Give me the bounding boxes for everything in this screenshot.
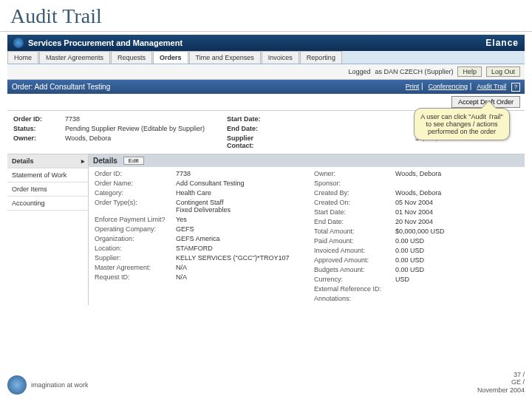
footer-tagline: imagination at work xyxy=(31,381,89,389)
detail-value: Woods, Debora xyxy=(395,170,441,177)
order-title: Order: Add Consultant Testing xyxy=(12,83,110,91)
detail-label: Organization: xyxy=(95,235,176,242)
detail-value: GEFS America xyxy=(176,235,220,242)
detail-label: Paid Amount: xyxy=(314,237,395,245)
detail-label: Currency: xyxy=(314,276,395,283)
detail-label: Sponsor: xyxy=(314,180,395,187)
details-right-col: Owner:Woods, DeboraSponsor:Created By:Wo… xyxy=(314,170,519,302)
summary-label: End Date: xyxy=(227,125,279,132)
summary-value: Woods, Debora xyxy=(65,134,111,142)
detail-value: 0.00 USD xyxy=(395,256,424,264)
detail-label: Start Date: xyxy=(314,208,395,216)
detail-label: Owner: xyxy=(314,170,395,177)
detail-label: Enforce Payment Limit? xyxy=(95,216,176,223)
summary-label: Start Date: xyxy=(227,115,279,123)
detail-value: 7738 xyxy=(176,170,191,177)
logged-label: Logged xyxy=(348,68,370,75)
detail-label: Order ID: xyxy=(95,170,176,177)
nav-tabs: Home Master Agreements Requests Orders T… xyxy=(7,51,525,64)
detail-value: $0,000,000 USD xyxy=(395,228,445,235)
detail-value: Contingent Staff Fixed Deliverables xyxy=(176,199,231,214)
detail-value: 0.00 USD xyxy=(395,247,424,254)
details-panel: Details Edit Order ID:7738Order Name:Add… xyxy=(89,154,525,305)
slide-title: Audit Trail xyxy=(0,0,532,32)
sidenav-accounting[interactable]: Accounting xyxy=(7,197,88,211)
detail-label: Location: xyxy=(95,245,176,252)
app-title: Services Procurement and Management xyxy=(28,38,183,47)
detail-label: Master Agreement: xyxy=(95,264,176,271)
print-link[interactable]: Print xyxy=(406,83,420,90)
detail-value: 0.00 USD xyxy=(395,266,424,273)
detail-label: End Date: xyxy=(314,218,395,225)
footer-company: GE / xyxy=(477,378,525,386)
detail-value: Yes xyxy=(176,216,187,223)
detail-label: Created On: xyxy=(314,199,395,206)
tab-time-expenses[interactable]: Time and Expenses xyxy=(189,51,261,64)
user-bar: Logged as DAN CZECH (Supplier) Help Log … xyxy=(7,64,525,80)
details-left-col: Order ID:7738Order Name:Add Consultant T… xyxy=(95,170,299,302)
detail-value: STAMFORD xyxy=(176,245,213,252)
detail-label: Order Name: xyxy=(95,180,176,187)
tab-orders[interactable]: Orders xyxy=(153,51,188,64)
detail-label: Order Type(s): xyxy=(95,199,176,214)
summary-label: Supplier Contact: xyxy=(227,134,279,149)
side-nav: Details Statement of Work Order Items Ac… xyxy=(7,154,89,305)
detail-value: KELLY SERVICES ("GCC")*TROY107 xyxy=(176,254,289,262)
detail-label: Annotations: xyxy=(314,295,395,302)
edit-button[interactable]: Edit xyxy=(123,157,144,165)
logged-user: as DAN CZECH (Supplier) xyxy=(375,68,453,75)
order-body: Details Statement of Work Order Items Ac… xyxy=(7,154,525,305)
ge-emblem-icon xyxy=(13,38,24,48)
detail-label: Total Amount: xyxy=(314,228,395,235)
slide-footer: imagination at work 37 / GE / November 2… xyxy=(7,371,525,395)
detail-value: 05 Nov 2004 xyxy=(395,199,433,206)
footer-date: November 2004 xyxy=(477,386,525,395)
detail-value: Add Consultant Testing xyxy=(176,180,244,187)
help-button[interactable]: Help xyxy=(457,66,482,77)
app-header: Services Procurement and Management Elan… xyxy=(7,35,525,51)
tab-master-agreements[interactable]: Master Agreements xyxy=(39,51,110,64)
detail-value: 0.00 USD xyxy=(395,237,424,245)
summary-value: Pending Supplier Review (Editable by Sup… xyxy=(65,125,205,132)
detail-label: Request ID: xyxy=(95,273,176,281)
audit-trail-link[interactable]: Audit Trail xyxy=(477,83,506,90)
info-icon[interactable]: ? xyxy=(511,83,520,92)
sidenav-details[interactable]: Details xyxy=(7,154,88,168)
ge-logo-icon xyxy=(7,375,27,395)
order-header: Order: Add Consultant Testing Print | Co… xyxy=(7,80,525,94)
detail-label: Operating Company: xyxy=(95,225,176,233)
detail-label: Approved Amount: xyxy=(314,256,395,264)
detail-value: N/A xyxy=(176,273,187,281)
detail-value: GEFS xyxy=(176,225,194,233)
detail-label: Category: xyxy=(95,189,176,197)
brand-logo: Elance xyxy=(485,38,519,48)
order-summary: Order ID:7738 Status:Pending Supplier Re… xyxy=(7,111,525,154)
detail-value: 20 Nov 2004 xyxy=(395,218,433,225)
summary-value: 7738 xyxy=(65,115,80,123)
sidenav-sow[interactable]: Statement of Work xyxy=(7,168,88,183)
detail-value: USD xyxy=(395,276,409,283)
tab-invoices[interactable]: Invoices xyxy=(262,51,299,64)
summary-label: Owner: xyxy=(13,134,65,142)
detail-value: Health Care xyxy=(176,189,211,197)
logout-button[interactable]: Log Out xyxy=(486,66,520,77)
detail-label: External Reference ID: xyxy=(314,285,395,293)
detail-label: Budgets Amount: xyxy=(314,266,395,273)
detail-value: 01 Nov 2004 xyxy=(395,208,433,216)
detail-value: Woods, Debora xyxy=(395,189,441,197)
summary-label: Order ID: xyxy=(13,115,65,123)
summary-label: Status: xyxy=(13,125,65,132)
sidenav-order-items[interactable]: Order Items xyxy=(7,183,88,197)
details-heading: Details xyxy=(93,157,117,165)
conferencing-link[interactable]: Conferencing xyxy=(428,83,468,90)
tab-requests[interactable]: Requests xyxy=(111,51,152,64)
detail-value: N/A xyxy=(176,264,187,271)
app-window: Services Procurement and Management Elan… xyxy=(0,32,532,305)
detail-label: Supplier: xyxy=(95,254,176,262)
footer-page: 37 / xyxy=(477,371,525,379)
tab-home[interactable]: Home xyxy=(7,51,38,64)
tab-reporting[interactable]: Reporting xyxy=(300,51,342,64)
detail-label: Invoiced Amount: xyxy=(314,247,395,254)
callout-tooltip: A user can click "Audit Trail" to see ch… xyxy=(414,108,510,140)
detail-label: Created By: xyxy=(314,189,395,197)
